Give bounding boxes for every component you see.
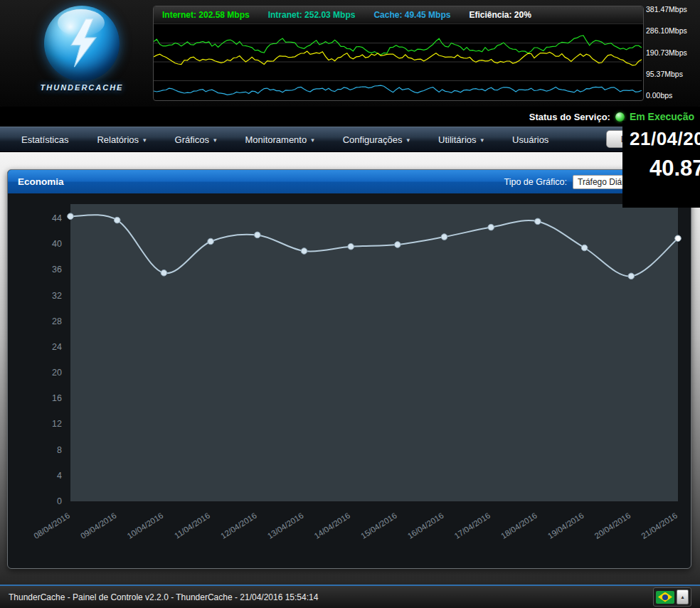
main-nav: Estatísticas Relatórios ▾ Gráficos ▾ Mon… xyxy=(0,127,700,152)
chevron-down-icon: ▾ xyxy=(311,137,314,144)
data-point[interactable] xyxy=(581,245,588,251)
traffic-series-internet xyxy=(154,51,642,65)
y-tick-label: 40 xyxy=(52,239,62,249)
panel-header: Economia Tipo de Gráfico: Tráfego Diário… xyxy=(8,170,691,193)
chart-type-label: Tipo de Gráfico: xyxy=(504,177,567,187)
chart-tooltip: 21/04/2016 40.87 xyxy=(622,121,700,208)
x-tick-label: 14/04/2016 xyxy=(312,511,351,540)
y-tick-label: 0 xyxy=(57,496,62,506)
traffic-legend-item: Intranet: 252.03 Mbps xyxy=(268,10,356,20)
chevron-down-icon: ▾ xyxy=(213,137,217,144)
tooltip-value: 40.87 xyxy=(630,156,700,181)
y-tick-label: 8 xyxy=(57,445,62,455)
data-point[interactable] xyxy=(675,235,682,242)
data-point[interactable] xyxy=(301,248,307,255)
data-point[interactable] xyxy=(441,234,447,240)
nav-item-usuarios[interactable]: Usuários xyxy=(498,127,563,151)
service-status-bar: Status do Serviço: Em Execução xyxy=(0,107,700,127)
x-tick-label: 15/04/2016 xyxy=(359,511,398,540)
chevron-up-icon[interactable]: ▴ xyxy=(677,590,689,604)
x-tick-label: 10/04/2016 xyxy=(126,511,165,540)
x-tick-label: 12/04/2016 xyxy=(219,511,258,540)
traffic-axis-labels: 381.47Mbps 286.10Mbps 190.73Mbps 95.37Mb… xyxy=(646,6,699,100)
realtime-traffic-panel: Internet: 202.58 Mbps Intranet: 252.03 M… xyxy=(153,6,644,101)
language-selector[interactable]: ▴ xyxy=(653,587,691,607)
y-tick-label: 36 xyxy=(52,265,62,274)
axis-tick-label: 286.10Mbps xyxy=(646,27,699,35)
traffic-series-intranet xyxy=(154,36,642,55)
x-tick-label: 19/04/2016 xyxy=(546,511,585,540)
nav-item-graficos[interactable]: Gráficos ▾ xyxy=(161,127,231,151)
nav-item-utilitarios[interactable]: Utilitários ▾ xyxy=(424,127,498,151)
y-tick-label: 24 xyxy=(52,342,62,352)
chevron-down-icon: ▾ xyxy=(143,137,147,144)
nav-item-label: Estatísticas xyxy=(21,134,68,145)
axis-tick-label: 381.47Mbps xyxy=(646,6,699,14)
x-tick-label: 13/04/2016 xyxy=(266,511,305,540)
y-tick-label: 44 xyxy=(52,213,62,223)
data-point[interactable] xyxy=(488,224,494,230)
y-tick-label: 12 xyxy=(52,419,62,429)
data-point[interactable] xyxy=(114,217,120,223)
traffic-legend: Internet: 202.58 Mbps Intranet: 252.03 M… xyxy=(154,6,643,24)
nav-item-relatorios[interactable]: Relatórios ▾ xyxy=(83,127,160,151)
traffic-series-cache xyxy=(154,85,642,95)
nav-item-configuracoes[interactable]: Configurações ▾ xyxy=(329,127,424,151)
footer-text: ThunderCache - Painel de Controle v2.2.0… xyxy=(9,592,318,602)
nav-item-label: Gráficos xyxy=(175,134,209,145)
panel-title: Economia xyxy=(18,176,64,187)
axis-tick-label: 95.37Mbps xyxy=(646,70,699,78)
x-tick-label: 11/04/2016 xyxy=(173,511,211,540)
thundercache-app: THUNDERCACHE Internet: 202.58 Mbps Intra… xyxy=(0,0,700,608)
nav-item-label: Monitoramento xyxy=(245,134,307,145)
x-tick-label: 21/04/2016 xyxy=(640,511,679,540)
tooltip-date: 21/04/2016 xyxy=(630,128,700,150)
y-tick-label: 16 xyxy=(52,393,62,403)
lightning-bolt-icon xyxy=(55,11,109,75)
data-point[interactable] xyxy=(161,270,167,277)
logo-globe-icon xyxy=(44,6,120,81)
chevron-down-icon: ▾ xyxy=(407,137,410,144)
chevron-down-icon: ▾ xyxy=(481,137,484,144)
data-point[interactable] xyxy=(208,238,214,245)
y-tick-label: 20 xyxy=(52,368,62,378)
traffic-legend-item: Cache: 49.45 Mbps xyxy=(373,10,450,20)
nav-item-label: Utilitários xyxy=(438,134,476,145)
axis-tick-label: 0.00bps xyxy=(646,92,699,100)
footer: ThunderCache - Painel de Controle v2.2.0… xyxy=(0,585,700,608)
x-tick-label: 09/04/2016 xyxy=(79,511,118,540)
nav-item-label: Relatórios xyxy=(97,134,139,145)
data-point[interactable] xyxy=(348,243,354,250)
data-point[interactable] xyxy=(395,242,401,248)
data-point[interactable] xyxy=(255,232,261,238)
brazil-flag-icon xyxy=(656,591,674,604)
x-tick-label: 16/04/2016 xyxy=(406,511,445,540)
traffic-legend-item: Eficiência: 20% xyxy=(469,10,531,20)
nav-item-label: Usuários xyxy=(512,134,548,145)
app-header: THUNDERCACHE Internet: 202.58 Mbps Intra… xyxy=(0,0,700,107)
y-tick-label: 28 xyxy=(52,316,62,326)
logo-wordmark: THUNDERCACHE xyxy=(18,83,145,92)
flag-circle xyxy=(662,594,668,600)
nav-item-estatisticas[interactable]: Estatísticas xyxy=(7,127,83,151)
x-tick-label: 20/04/2016 xyxy=(593,511,632,540)
status-ok-icon xyxy=(615,112,625,122)
nav-item-monitoramento[interactable]: Monitoramento ▾ xyxy=(230,127,328,151)
nav-item-label: Configurações xyxy=(343,134,403,145)
thundercache-logo: THUNDERCACHE xyxy=(18,1,145,105)
y-tick-label: 32 xyxy=(52,291,62,301)
realtime-traffic-chart xyxy=(154,24,642,100)
y-tick-label: 4 xyxy=(57,471,62,481)
axis-tick-label: 190.73Mbps xyxy=(646,49,699,57)
x-tick-label: 18/04/2016 xyxy=(499,511,539,540)
data-point[interactable] xyxy=(535,218,541,225)
data-point[interactable] xyxy=(628,273,635,279)
economia-panel: Economia Tipo de Gráfico: Tráfego Diário… xyxy=(7,169,691,569)
x-tick-label: 17/04/2016 xyxy=(452,511,492,540)
x-tick-label: 08/04/2016 xyxy=(32,511,71,540)
economia-chart[interactable]: 04812162024283236404408/04/201609/04/201… xyxy=(9,196,686,562)
traffic-legend-item: Internet: 202.58 Mbps xyxy=(162,10,250,20)
service-status-label: Status do Serviço: xyxy=(529,112,610,122)
data-point[interactable] xyxy=(68,213,74,220)
